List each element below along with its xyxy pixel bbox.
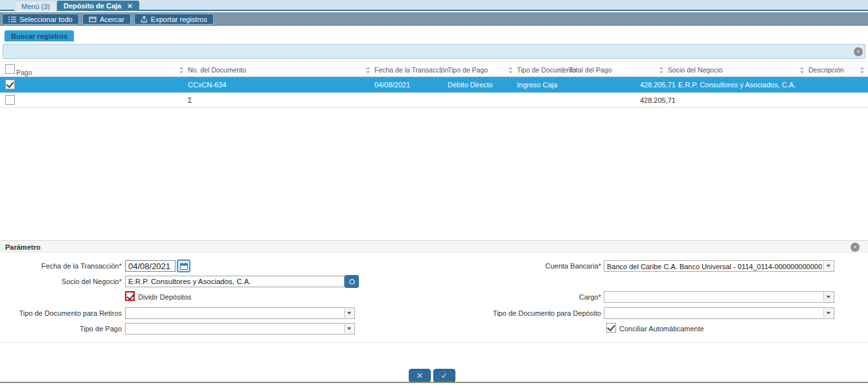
tab-deposito-de-caja[interactable]: Depósito de Caja ✕: [57, 1, 139, 11]
window-tab-bar: Menú (3) Depósito de Caja ✕: [0, 0, 868, 11]
bank-account-value: Banco del Caribe C.A. Banco Universal - …: [607, 263, 822, 270]
export-records-button[interactable]: Exportar registros: [134, 14, 214, 25]
zoom-label: Acercar: [100, 16, 124, 23]
tab-menu-label: Menú (3): [21, 3, 50, 10]
doc-type-deposit-select[interactable]: [604, 307, 834, 319]
bank-account-label: Cuenta Bancaria*: [428, 262, 601, 270]
cell-total: 428.205,71: [561, 81, 676, 89]
column-header-tipo-documento[interactable]: Tipo de Documento: [517, 66, 576, 74]
table-sum-row: Σ 428.205,71: [0, 93, 868, 108]
app-window: Menú (3) Depósito de Caja ✕ Seleccionar …: [0, 0, 868, 385]
select-all-label: Seleccionar todo: [19, 16, 73, 23]
select-all-rows-checkbox[interactable]: [5, 64, 15, 74]
split-deposits-checkbox[interactable]: [125, 291, 135, 301]
charge-label: Cargo*: [428, 293, 601, 301]
confirm-button[interactable]: ✓: [433, 369, 455, 382]
payment-type-label: Tipo de Pago: [0, 325, 122, 333]
export-records-label: Exportar registros: [151, 16, 207, 23]
column-header-fecha[interactable]: Fecha de la Transacción: [374, 66, 448, 74]
search-box: ✕: [3, 44, 865, 59]
list-icon: [8, 16, 16, 23]
chevron-down-icon[interactable]: [344, 324, 354, 333]
sum-total: 428.205,71: [561, 96, 676, 104]
auto-reconcile-checkbox[interactable]: [606, 323, 616, 333]
tab-deposito-label: Depósito de Caja: [63, 2, 121, 10]
collapse-panel-icon[interactable]: ✕: [851, 243, 860, 252]
transaction-date-input[interactable]: [125, 260, 176, 272]
parameter-panel-header: Parámetro ✕: [0, 240, 868, 252]
cell-doc-no: CCxCN-634: [188, 81, 226, 89]
bank-account-select[interactable]: Banco del Caribe C.A. Banco Universal - …: [604, 260, 834, 272]
search-input[interactable]: [6, 45, 848, 58]
charge-select[interactable]: [604, 291, 834, 303]
zoom-window-icon: [89, 16, 97, 23]
doc-type-withdrawals-label: Tipo de Documento para Retiros: [0, 309, 122, 317]
column-header-pago[interactable]: Pago: [16, 69, 32, 76]
sum-row-checkbox[interactable]: [5, 95, 15, 105]
transaction-date-label: Fecha de la Transacción*: [0, 262, 122, 270]
chevron-down-icon[interactable]: [823, 261, 833, 270]
doc-type-deposit-label: Tipo de Documento para Depósito: [428, 309, 601, 317]
tab-menu[interactable]: Menú (3): [14, 1, 57, 11]
parameter-panel-title: Parámetro: [5, 243, 40, 251]
cell-business-partner: E.R.P. Consultores y Asociados, C.A.: [678, 81, 795, 89]
table-header: Pago No. del Documento Fecha de la Trans…: [0, 61, 868, 77]
sort-icon[interactable]: [659, 67, 664, 74]
sort-icon[interactable]: [439, 67, 444, 74]
sort-icon[interactable]: [800, 67, 805, 74]
calendar-icon[interactable]: [177, 259, 190, 272]
close-tab-icon[interactable]: ✕: [127, 3, 132, 10]
search-records-label: Buscar registros: [11, 32, 67, 40]
sort-icon[interactable]: [179, 67, 184, 74]
zoom-button[interactable]: Acercar: [82, 14, 131, 25]
payment-type-select[interactable]: [125, 323, 355, 335]
chevron-down-icon[interactable]: [823, 309, 833, 318]
clear-search-icon[interactable]: ✕: [854, 47, 863, 56]
row-pago-checkbox[interactable]: [5, 80, 15, 89]
column-header-doc-no[interactable]: No. del Documento: [188, 66, 246, 74]
search-records-tab[interactable]: Buscar registros: [5, 30, 74, 41]
bottom-divider: [0, 382, 868, 383]
business-partner-input[interactable]: [125, 276, 345, 287]
split-deposits-label: Dividir Depósitos: [138, 293, 192, 301]
chevron-down-icon[interactable]: [823, 292, 833, 302]
parameter-form: Fecha de la Transacción* Cuenta Bancaria…: [0, 252, 868, 343]
sum-symbol: Σ: [188, 96, 192, 104]
column-header-tipo-pago[interactable]: Tipo de Pago: [448, 66, 488, 74]
cell-document-type: Ingreso Caja: [517, 81, 557, 89]
doc-type-withdrawals-select[interactable]: [125, 307, 355, 319]
column-header-descripcion[interactable]: Descripción: [808, 66, 844, 74]
sort-icon[interactable]: [508, 67, 513, 74]
sort-icon[interactable]: [860, 67, 865, 74]
column-header-socio[interactable]: Socio del Negocio: [668, 66, 723, 74]
export-icon: [141, 16, 148, 23]
record-search-icon[interactable]: [345, 275, 359, 288]
cell-payment-type: Débito Directo: [448, 81, 493, 89]
table-row[interactable]: CCxCN-634 04/08/2021 Débito Directo Ingr…: [0, 77, 868, 93]
toolbar: Seleccionar todo Acercar Exportar regist…: [0, 12, 868, 26]
cancel-icon: ✕: [417, 371, 424, 380]
chevron-down-icon[interactable]: [344, 309, 354, 318]
select-all-button[interactable]: Seleccionar todo: [2, 14, 79, 25]
cell-transaction-date: 04/08/2021: [374, 81, 410, 89]
auto-reconcile-label: Conciliar Automáticamente: [619, 325, 704, 333]
business-partner-label: Socio del Negocio*: [0, 278, 122, 285]
sort-icon[interactable]: [560, 67, 565, 74]
column-header-total[interactable]: Total del Pago: [569, 66, 612, 74]
confirm-icon: ✓: [441, 371, 448, 380]
sort-icon[interactable]: [366, 67, 371, 74]
cancel-button[interactable]: ✕: [409, 369, 431, 382]
